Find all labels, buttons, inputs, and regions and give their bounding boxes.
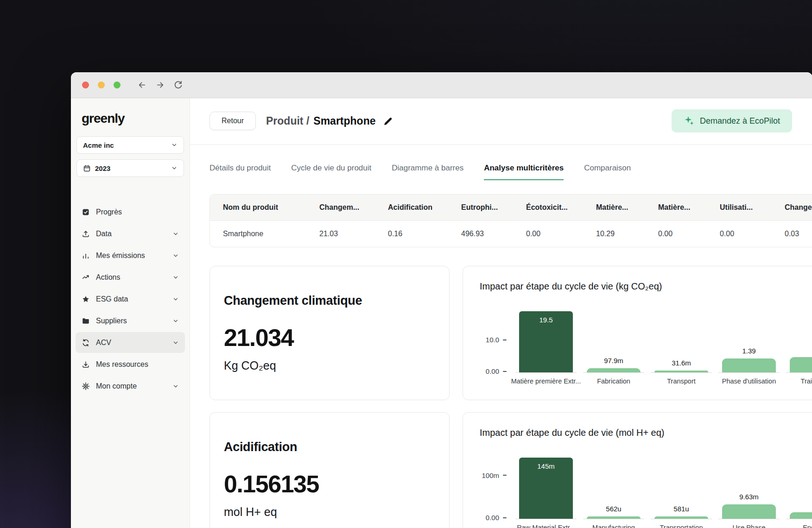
ecopilot-button[interactable]: Demandez à EcoPilot (672, 109, 792, 132)
tab-details-du-produit[interactable]: Détails du produit (209, 163, 271, 180)
bar[interactable] (587, 368, 641, 372)
company-selector-label: Acme inc (83, 141, 167, 149)
axis-line (718, 372, 780, 373)
chevron-down-icon (172, 296, 179, 302)
forward-icon[interactable] (154, 80, 165, 91)
tab-analyse-multicriteres[interactable]: Analyse multicritères (484, 163, 564, 180)
tab-diagramme-a-barres[interactable]: Diagramme à barres (392, 163, 463, 180)
axis-line (583, 372, 644, 373)
minimize-window-button[interactable] (98, 82, 105, 88)
close-window-button[interactable] (82, 82, 89, 88)
axis-line (786, 372, 812, 373)
window-controls (82, 82, 121, 88)
bar[interactable] (722, 358, 776, 372)
page-header: Retour Produit / Smartphone Demandez à E… (190, 98, 812, 145)
bar-slot: 31.6mTransport (647, 303, 715, 385)
sidebar-item-label: Suppliers (96, 317, 127, 325)
bar[interactable]: 145m (519, 458, 573, 519)
back-button[interactable]: Retour (209, 112, 256, 130)
table-header-row: Nom du produitChangem...AcidificationEut… (210, 195, 812, 220)
edit-icon[interactable] (383, 116, 393, 126)
trend-icon (82, 273, 90, 282)
breadcrumb-parent: Produit / (266, 115, 309, 127)
recycle-icon (82, 339, 90, 347)
back-icon[interactable] (136, 80, 147, 91)
bar-category-label: Use Phase (733, 524, 766, 528)
star-icon (82, 295, 90, 303)
year-selector-label: 2023 (95, 164, 167, 172)
table-row[interactable]: Smartphone21.030.16496.930.0010.290.000.… (210, 220, 812, 247)
sparkle-icon (684, 115, 695, 126)
page-content: Détails du produitCycle de vie du produi… (190, 145, 812, 528)
bar-category-label: Fabrication (597, 377, 630, 385)
chevron-down-icon (172, 252, 179, 259)
bar[interactable] (654, 371, 708, 372)
metric-unit: Kg CO₂eq (224, 359, 435, 372)
sidebar-item-actions[interactable]: Actions (76, 267, 185, 288)
results-table: Nom du produitChangem...AcidificationEut… (209, 194, 812, 247)
sidebar-item-acv[interactable]: ACV (76, 332, 185, 353)
bar-slot: 97.9mFabrication (580, 303, 647, 385)
chevron-down-icon (172, 231, 179, 237)
chevron-down-icon (172, 318, 179, 324)
axis-line (515, 519, 577, 519)
sidebar-item-suppliers[interactable]: Suppliers (76, 310, 185, 331)
chevron-down-icon (172, 339, 179, 346)
chevron-down-icon (172, 274, 179, 281)
reload-icon[interactable] (172, 80, 184, 91)
bar-value-label: 19.5 (519, 316, 573, 324)
bar-value-label: 145m (519, 462, 573, 470)
chart-card-climate: Impact par étape du cycle de vie (kg CO₂… (463, 266, 812, 400)
gear-icon (82, 382, 90, 390)
axis-line (786, 519, 812, 519)
sidebar-item-mon-compte[interactable]: Mon compte (76, 376, 185, 396)
axis-line (718, 519, 780, 519)
year-selector[interactable]: 2023 (76, 159, 184, 177)
company-selector[interactable]: Acme inc (76, 136, 184, 154)
column-header: Nom du produit (210, 195, 319, 220)
bar-category-label: Phase d'utilisation (722, 377, 776, 385)
sidebar-item-progres[interactable]: Progrès (76, 201, 185, 222)
sidebar-item-mes-ressources[interactable]: Mes ressources (76, 354, 185, 375)
column-header: Acidification (388, 195, 461, 220)
bar-category-label: Manufacturing (592, 524, 635, 528)
sidebar-item-esg-data[interactable]: ESG data (76, 289, 185, 309)
chevron-down-icon (171, 142, 178, 148)
bar[interactable] (790, 512, 812, 519)
chevron-down-icon (171, 165, 178, 171)
bar-value-label: 31.6m (672, 359, 691, 367)
zoom-window-button[interactable] (114, 82, 121, 88)
sidebar-item-label: Progrès (96, 208, 122, 216)
bar[interactable] (790, 357, 812, 372)
tab-cycle-de-vie-du-produit[interactable]: Cycle de vie du produit (291, 163, 371, 180)
table-cell: Smartphone (210, 221, 319, 247)
bar-chart: 100m0.00 145mRaw Material Extr...562uMan… (480, 449, 812, 528)
bar-value-label: 581u (673, 505, 689, 513)
sidebar-item-mes-emissions[interactable]: Mes émissions (76, 245, 185, 266)
sidebar-item-label: Actions (96, 273, 120, 282)
axis-line (515, 372, 577, 373)
metric-unit: mol H+ eq (224, 505, 435, 519)
sidebar-item-data[interactable]: Data (76, 223, 185, 244)
sidebar-item-label: Data (96, 230, 112, 238)
axis-line (583, 519, 644, 519)
chart-plot-area: 145mRaw Material Extr...562uManufacturin… (512, 449, 812, 528)
bar[interactable] (722, 504, 776, 519)
upload-icon (82, 230, 90, 238)
bar[interactable] (654, 516, 708, 519)
bar-category-label: Transport (667, 377, 696, 385)
tab-comparaison[interactable]: Comparaison (584, 163, 631, 180)
calendar-icon (83, 164, 91, 172)
table-cell: 10.29 (596, 221, 658, 247)
sidebar-item-label: Mes émissions (96, 251, 145, 260)
table-cell: 0.16 (388, 221, 461, 247)
axis-line (651, 519, 712, 519)
metric-title: Acidification (224, 440, 435, 454)
bar-value-label: 562u (606, 505, 621, 513)
bar[interactable] (587, 516, 641, 519)
bar-category-label: End-of-... (803, 524, 812, 528)
download-icon (82, 360, 90, 369)
bar-chart: 10.00.00 19.5Matière première Extr...97.… (480, 303, 812, 385)
bar[interactable]: 19.5 (519, 311, 573, 372)
breadcrumb-current: Smartphone (313, 115, 375, 127)
